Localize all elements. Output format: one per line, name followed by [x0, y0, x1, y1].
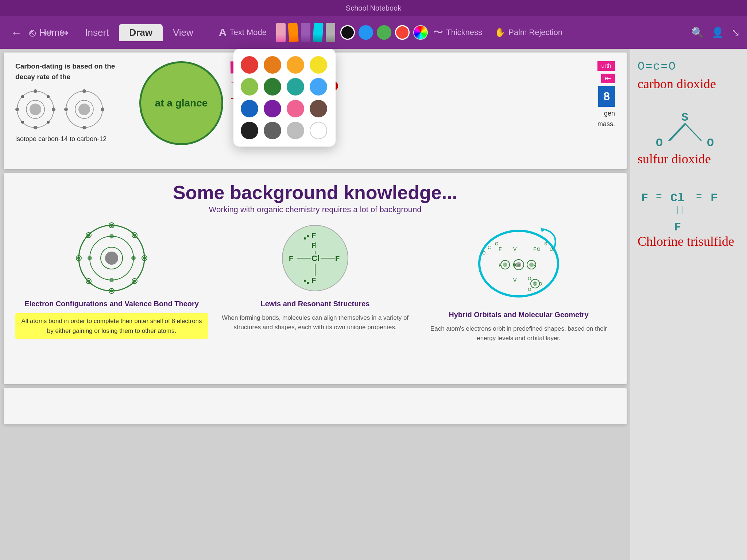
cp-swatch-black[interactable]	[241, 122, 258, 139]
thickness-button[interactable]: 〜 Thickness	[433, 26, 482, 39]
card-hybrid-orbitals: Xe F F V V F F O	[422, 222, 615, 343]
collapse-icon[interactable]: ⤡	[731, 27, 740, 39]
svg-text:F: F	[641, 191, 648, 205]
pen-pink[interactable]	[276, 23, 286, 42]
draw-tools: A Text Mode 〜 Thickness ✋ Pal	[214, 23, 740, 42]
palm-rejection-label: Palm Rejection	[508, 28, 562, 37]
svg-point-29	[143, 257, 146, 260]
tab-draw[interactable]: Draw	[119, 24, 163, 41]
svg-point-14	[82, 89, 86, 93]
pen-orange[interactable]	[288, 23, 299, 42]
svg-text:F: F	[311, 232, 316, 240]
palm-icon: ✋	[495, 27, 506, 38]
swatch-red[interactable]	[395, 25, 410, 40]
gen-label: gen	[604, 110, 615, 117]
svg-text:S: S	[681, 111, 688, 124]
svg-point-68	[503, 262, 507, 267]
svg-text:F: F	[499, 246, 502, 252]
svg-text:F: F	[711, 191, 717, 205]
cp-swatch-darkgray[interactable]	[264, 122, 281, 139]
cp-swatch-lightgray[interactable]	[287, 122, 304, 139]
title-bar: School Notebook	[0, 0, 747, 16]
svg-point-72	[516, 262, 521, 267]
pen-purple[interactable]	[301, 23, 310, 42]
svg-point-25	[110, 289, 113, 292]
text-mode-icon: A	[219, 26, 227, 39]
svg-text:V: V	[513, 277, 517, 283]
cp-swatch-brown[interactable]	[310, 100, 327, 117]
at-a-glance-circle: at a glance	[139, 61, 223, 145]
co2-formula: O=c=O	[638, 60, 740, 73]
undo-button[interactable]: ↩	[39, 25, 56, 40]
card1-highlight: All atoms bond in order to complete thei…	[15, 313, 208, 339]
svg-point-38	[109, 234, 114, 238]
color-swatches	[340, 25, 428, 40]
page-background-knowledge: Some background knowledge... Working wit…	[4, 173, 627, 384]
cp-swatch-blue[interactable]	[241, 100, 258, 117]
page2-header: Some background knowledge... Working wit…	[15, 182, 615, 214]
svg-point-54	[307, 235, 309, 237]
svg-point-40	[88, 256, 92, 260]
cp-swatch-white[interactable]	[310, 122, 327, 139]
svg-point-13	[78, 104, 90, 115]
tab-view[interactable]: View	[163, 24, 204, 41]
clf3-name: Chlorine trisulfide	[638, 234, 740, 249]
cp-swatch-darkgreen[interactable]	[264, 78, 281, 96]
cp-swatch-orange[interactable]	[264, 56, 281, 74]
svg-text:O: O	[550, 247, 553, 252]
svg-text:O: O	[707, 136, 714, 150]
svg-point-55	[304, 237, 306, 240]
at-a-glance-label: at a glance	[155, 97, 208, 109]
cp-swatch-yellow[interactable]	[310, 56, 327, 74]
co2-name: carbon dioxide	[638, 76, 740, 92]
back-button[interactable]: ←	[7, 25, 26, 40]
palm-rejection-button[interactable]: ✋ Palm Rejection	[495, 27, 562, 38]
cp-swatch-purple[interactable]	[264, 100, 281, 117]
svg-text:F: F	[289, 254, 293, 262]
svg-point-41	[131, 256, 136, 260]
toolbar: ← ⎋ ↩ ↪ Home Insert Draw View A Text Mod…	[0, 16, 747, 49]
svg-text:O: O	[528, 276, 531, 281]
thickness-wave-icon: 〜	[433, 26, 443, 39]
cp-swatch-lime[interactable]	[241, 78, 258, 96]
tab-insert[interactable]: Insert	[75, 24, 119, 41]
svg-text:V: V	[513, 246, 517, 252]
clf3-svg: F Cl F = = || F	[638, 181, 740, 236]
card-lewis-structures: Cl F F F F F	[219, 222, 411, 343]
so2-name: sulfur dioxide	[638, 151, 740, 167]
svg-point-35	[87, 280, 90, 283]
search-icon[interactable]: 🔍	[691, 27, 704, 39]
svg-text:F: F	[533, 246, 537, 252]
toolbar-right-icons: 🔍 👤 ⤡	[691, 27, 740, 39]
svg-text:F: F	[335, 254, 340, 262]
svg-point-9	[21, 121, 24, 124]
at-a-glance-section: at a glance	[139, 61, 223, 145]
card2-desc: When forming bonds, molecules can align …	[219, 313, 411, 332]
svg-point-5	[52, 108, 55, 111]
svg-point-31	[87, 234, 90, 237]
cp-swatch-pink[interactable]	[287, 100, 304, 117]
swatch-black[interactable]	[340, 25, 355, 40]
cp-swatch-amber[interactable]	[287, 56, 304, 74]
pen-teal[interactable]	[313, 23, 324, 42]
svg-text:C: C	[488, 245, 491, 250]
svg-point-6	[34, 126, 37, 129]
add-user-icon[interactable]: 👤	[711, 27, 724, 39]
share-button[interactable]: ⎋	[26, 25, 39, 40]
cp-swatch-lightblue[interactable]	[310, 78, 327, 96]
swatch-blue[interactable]	[359, 25, 373, 40]
pen-gray[interactable]	[326, 23, 335, 42]
right-annotations: urth e– 8 gen mass.	[597, 61, 615, 128]
swatch-green[interactable]	[377, 25, 391, 40]
page-empty	[4, 388, 627, 424]
text-mode-button[interactable]: A Text Mode	[214, 24, 271, 41]
cp-swatch-red[interactable]	[241, 56, 258, 74]
color-wheel[interactable]	[413, 25, 428, 40]
main-area: Carbon-dating is based on the decay rate…	[0, 49, 747, 560]
pen-tools	[276, 23, 335, 42]
cp-swatch-teal[interactable]	[287, 78, 304, 96]
atom-svg-1	[15, 89, 55, 129]
svg-point-21	[105, 252, 118, 265]
svg-point-3	[34, 89, 37, 93]
redo-button[interactable]: ↪	[56, 25, 72, 40]
